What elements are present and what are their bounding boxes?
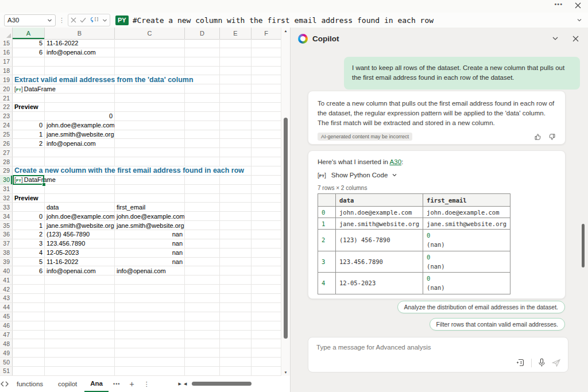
grid-cell-A33[interactable]: [13, 203, 45, 211]
row-header-40[interactable]: 40: [0, 266, 13, 275]
row-header-27[interactable]: 27: [0, 148, 13, 157]
row-header-24[interactable]: 24: [0, 121, 13, 130]
show-python-code-toggle[interactable]: [PY] Show Python Code: [318, 172, 556, 178]
grid-cell-C38[interactable]: nan: [115, 249, 185, 257]
grid-cell-E49[interactable]: [220, 348, 252, 357]
grid-cell-F50[interactable]: [252, 358, 281, 366]
grid-cell-F26[interactable]: [252, 139, 281, 148]
grid-cell-D17[interactable]: [185, 57, 220, 66]
row-header-31[interactable]: 31: [0, 185, 13, 193]
grid-cell-F30[interactable]: [252, 176, 281, 184]
grid-cell-A43[interactable]: [13, 294, 45, 302]
grid-cell-F41[interactable]: [252, 275, 281, 284]
grid-cell-F37[interactable]: [252, 239, 281, 248]
grid-cell-C18[interactable]: [115, 67, 185, 75]
grid-cell-E48[interactable]: [220, 339, 252, 348]
chevron-down-icon[interactable]: [102, 18, 107, 23]
grid-cell-E51[interactable]: [220, 367, 252, 375]
grid-cell-C44[interactable]: [115, 303, 185, 312]
grid-cell-A19[interactable]: Extract valid email addresses from the '…: [13, 75, 45, 84]
scroll-up-icon[interactable]: ▲: [281, 29, 290, 33]
grid-cell-F43[interactable]: [252, 294, 281, 302]
mic-icon[interactable]: [538, 358, 546, 367]
sheet-tab-ana-active[interactable]: Ana: [84, 376, 109, 392]
grid-cell-F29[interactable]: [252, 166, 281, 175]
grid-cell-E16[interactable]: [220, 48, 252, 57]
scroll-down-icon[interactable]: ▼: [281, 371, 290, 374]
grid-cell-B26[interactable]: info@openai.com: [45, 139, 115, 148]
grid-cell-B32[interactable]: [45, 194, 115, 203]
grid-cell-D45[interactable]: [185, 312, 220, 321]
grid-cell-A22[interactable]: Preview: [13, 103, 45, 111]
grid-cell-D40[interactable]: [185, 266, 220, 275]
grid-cell-E30[interactable]: [220, 176, 252, 184]
row-header-36[interactable]: 36: [0, 230, 13, 239]
grid-cell-E20[interactable]: [220, 84, 252, 93]
grid-cell-D21[interactable]: [185, 94, 220, 102]
row-header-17[interactable]: 17: [0, 57, 13, 66]
grid-cell-D31[interactable]: [185, 185, 220, 193]
grid-cell-C15[interactable]: [115, 39, 185, 48]
grid-cell-B17[interactable]: [45, 57, 115, 66]
grid-cell-C35[interactable]: jane.smith@website.org: [115, 221, 185, 230]
grid-cell-E44[interactable]: [220, 303, 252, 312]
grid-cell-D15[interactable]: [185, 39, 220, 48]
grid-cell-A16[interactable]: 6: [13, 48, 45, 57]
grid-cell-A50[interactable]: [13, 358, 45, 366]
grid-cell-E35[interactable]: [220, 221, 252, 230]
grid-cell-B39[interactable]: 11-16-2022: [45, 258, 115, 266]
grid-cell-B41[interactable]: [45, 275, 115, 284]
grid-cell-E21[interactable]: [220, 94, 252, 102]
grid-cell-A18[interactable]: [13, 67, 45, 75]
grid-cell-D38[interactable]: [185, 249, 220, 257]
grid-cell-B48[interactable]: [45, 339, 115, 348]
grid-cell-C47[interactable]: [115, 331, 185, 339]
grid-cell-C46[interactable]: [115, 321, 185, 330]
sheet-tab-functions[interactable]: functions: [9, 376, 51, 392]
grid-cell-D28[interactable]: [185, 157, 220, 166]
grid-cell-C39[interactable]: nan: [115, 258, 185, 266]
grid-cell-E15[interactable]: [220, 39, 252, 48]
grid-cell-F44[interactable]: [252, 303, 281, 312]
grid-cell-D50[interactable]: [185, 358, 220, 366]
grid-cell-A17[interactable]: [13, 57, 45, 66]
grid-cell-A21[interactable]: [13, 94, 45, 102]
row-header-51[interactable]: 51: [0, 367, 13, 375]
row-header-47[interactable]: 47: [0, 331, 13, 339]
grid-cell-D41[interactable]: [185, 275, 220, 284]
scroll-left-icon[interactable]: ◀: [184, 382, 187, 386]
grid-cell-A45[interactable]: [13, 312, 45, 321]
grid-cell-B33[interactable]: data: [45, 203, 115, 211]
grid-cell-A28[interactable]: [13, 157, 45, 166]
grid-cell-D35[interactable]: [185, 221, 220, 230]
prompt-library-icon[interactable]: [516, 358, 525, 367]
grid-vscroll-thumb[interactable]: [284, 118, 288, 339]
grid-cell-A44[interactable]: [13, 303, 45, 312]
grid-cell-B51[interactable]: [45, 367, 115, 375]
grid-cell-F31[interactable]: [252, 185, 281, 193]
row-header-42[interactable]: 42: [0, 285, 13, 293]
grid-cell-B45[interactable]: [45, 312, 115, 321]
grid-cell-A49[interactable]: [13, 348, 45, 357]
grid-cell-B40[interactable]: info@openai.com: [45, 266, 115, 275]
row-header-41[interactable]: 41: [0, 275, 13, 284]
formula-input[interactable]: #Create a new column with the first emai…: [133, 16, 571, 25]
row-header-15[interactable]: 15: [0, 39, 13, 48]
grid-cell-F25[interactable]: [252, 130, 281, 139]
send-icon[interactable]: [552, 358, 561, 367]
grid-cell-F36[interactable]: [252, 230, 281, 239]
grid-cell-D43[interactable]: [185, 294, 220, 302]
grid-cell-C37[interactable]: nan: [115, 239, 185, 248]
grid-cell-C23[interactable]: [115, 112, 185, 121]
chevron-down-icon[interactable]: [47, 18, 52, 23]
grid-cell-E50[interactable]: [220, 358, 252, 366]
grid-cell-C22[interactable]: [115, 103, 185, 111]
grid-cell-C21[interactable]: [115, 94, 185, 102]
sheet-nav-left-icon[interactable]: [0, 381, 5, 387]
name-box[interactable]: A30: [4, 14, 56, 26]
row-header-29[interactable]: 29: [0, 166, 13, 175]
grid-cell-F48[interactable]: [252, 339, 281, 348]
row-header-23[interactable]: 23: [0, 112, 13, 121]
grid-cell-B23[interactable]: 0: [45, 112, 115, 121]
grid-cell-C45[interactable]: [115, 312, 185, 321]
